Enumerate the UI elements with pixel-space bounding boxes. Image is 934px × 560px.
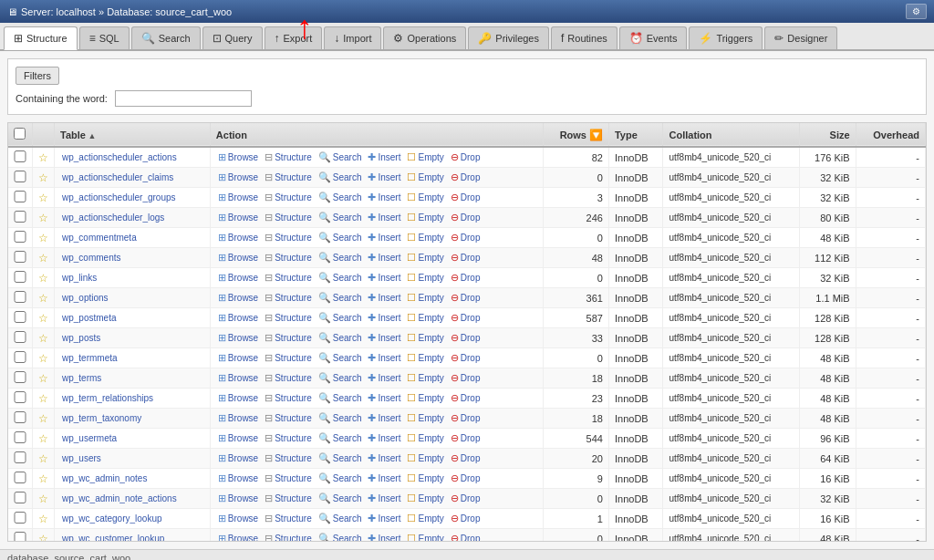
search-link[interactable]: 🔍Search	[317, 391, 364, 405]
row-checkbox[interactable]	[14, 512, 26, 524]
table-name-header[interactable]: Table	[55, 123, 211, 147]
favorite-star[interactable]: ☆	[38, 312, 48, 325]
structure-link[interactable]: ⊟Structure	[263, 532, 314, 542]
insert-link[interactable]: ✚Insert	[366, 431, 402, 445]
drop-link[interactable]: ⊖Drop	[449, 472, 483, 485]
select-all-checkbox[interactable]	[14, 128, 26, 140]
insert-link[interactable]: ✚Insert	[366, 291, 402, 305]
drop-link[interactable]: ⊖Drop	[449, 451, 483, 465]
tab-export[interactable]: ↑Export	[265, 26, 323, 49]
settings-btn[interactable]: ⚙	[906, 4, 927, 19]
structure-link[interactable]: ⊟Structure	[263, 512, 314, 525]
table-name-link[interactable]: wp_wc_admin_notes	[60, 472, 204, 484]
empty-link[interactable]: ☐Empty	[405, 331, 445, 345]
tab-import[interactable]: ↓Import	[324, 26, 381, 49]
search-link[interactable]: 🔍Search	[317, 512, 364, 525]
row-checkbox[interactable]	[14, 291, 26, 303]
drop-link[interactable]: ⊖Drop	[449, 211, 483, 224]
empty-link[interactable]: ☐Empty	[405, 171, 445, 184]
search-link[interactable]: 🔍Search	[317, 231, 364, 244]
search-link[interactable]: 🔍Search	[317, 331, 364, 345]
row-checkbox[interactable]	[14, 331, 26, 343]
search-link[interactable]: 🔍Search	[317, 291, 364, 305]
row-checkbox[interactable]	[14, 492, 26, 503]
table-name-link[interactable]: wp_usermeta	[60, 432, 204, 444]
row-checkbox[interactable]	[14, 171, 26, 182]
insert-link[interactable]: ✚Insert	[366, 532, 402, 542]
empty-link[interactable]: ☐Empty	[405, 492, 445, 505]
search-link[interactable]: 🔍Search	[317, 431, 364, 445]
structure-link[interactable]: ⊟Structure	[263, 231, 314, 244]
empty-link[interactable]: ☐Empty	[405, 150, 445, 164]
row-checkbox[interactable]	[14, 391, 26, 403]
table-name-link[interactable]: wp_actionscheduler_groups	[60, 192, 204, 203]
search-link[interactable]: 🔍Search	[317, 311, 364, 325]
empty-link[interactable]: ☐Empty	[405, 311, 445, 325]
favorite-star[interactable]: ☆	[38, 232, 48, 244]
tab-query[interactable]: ⊡Query	[202, 26, 263, 49]
browse-link[interactable]: ⊞Browse	[216, 171, 260, 184]
favorite-star[interactable]: ☆	[38, 151, 48, 164]
empty-link[interactable]: ☐Empty	[405, 351, 445, 365]
insert-link[interactable]: ✚Insert	[366, 371, 402, 385]
insert-link[interactable]: ✚Insert	[366, 150, 402, 164]
structure-link[interactable]: ⊟Structure	[263, 411, 314, 425]
tab-search[interactable]: 🔍Search	[131, 26, 201, 49]
search-link[interactable]: 🔍Search	[317, 150, 364, 164]
drop-link[interactable]: ⊖Drop	[449, 411, 483, 425]
empty-link[interactable]: ☐Empty	[405, 291, 445, 305]
browse-link[interactable]: ⊞Browse	[216, 311, 260, 325]
drop-link[interactable]: ⊖Drop	[449, 291, 483, 305]
table-name-link[interactable]: wp_terms	[60, 372, 204, 384]
favorite-star[interactable]: ☆	[38, 192, 48, 204]
insert-link[interactable]: ✚Insert	[366, 331, 402, 345]
table-name-link[interactable]: wp_options	[60, 292, 204, 304]
row-checkbox[interactable]	[14, 150, 26, 162]
structure-link[interactable]: ⊟Structure	[263, 331, 314, 345]
insert-link[interactable]: ✚Insert	[366, 472, 402, 485]
drop-link[interactable]: ⊖Drop	[449, 251, 483, 264]
search-link[interactable]: 🔍Search	[317, 492, 364, 505]
tab-sql[interactable]: ≡SQL	[79, 26, 130, 49]
favorite-star[interactable]: ☆	[38, 372, 48, 385]
search-link[interactable]: 🔍Search	[317, 171, 364, 184]
favorite-star[interactable]: ☆	[38, 432, 48, 445]
drop-link[interactable]: ⊖Drop	[449, 171, 483, 184]
tab-triggers[interactable]: ⚡Triggers	[689, 26, 763, 49]
row-checkbox[interactable]	[14, 191, 26, 202]
structure-link[interactable]: ⊟Structure	[263, 371, 314, 385]
row-checkbox[interactable]	[14, 211, 26, 223]
browse-link[interactable]: ⊞Browse	[216, 512, 260, 525]
structure-link[interactable]: ⊟Structure	[263, 251, 314, 264]
browse-link[interactable]: ⊞Browse	[216, 191, 260, 204]
row-checkbox[interactable]	[14, 351, 26, 363]
tab-designer[interactable]: ✏Designer	[764, 26, 837, 49]
empty-link[interactable]: ☐Empty	[405, 191, 445, 204]
insert-link[interactable]: ✚Insert	[366, 311, 402, 325]
structure-link[interactable]: ⊟Structure	[263, 472, 314, 485]
search-link[interactable]: 🔍Search	[317, 271, 364, 285]
drop-link[interactable]: ⊖Drop	[449, 150, 483, 164]
drop-link[interactable]: ⊖Drop	[449, 371, 483, 385]
search-link[interactable]: 🔍Search	[317, 351, 364, 365]
search-link[interactable]: 🔍Search	[317, 371, 364, 385]
browse-link[interactable]: ⊞Browse	[216, 271, 260, 285]
insert-link[interactable]: ✚Insert	[366, 451, 402, 465]
drop-link[interactable]: ⊖Drop	[449, 431, 483, 445]
search-link[interactable]: 🔍Search	[317, 451, 364, 465]
table-name-link[interactable]: wp_comments	[60, 252, 204, 264]
tab-structure[interactable]: ⊞Structure	[4, 26, 78, 50]
insert-link[interactable]: ✚Insert	[366, 191, 402, 204]
table-name-link[interactable]: wp_links	[60, 272, 204, 284]
empty-link[interactable]: ☐Empty	[405, 431, 445, 445]
favorite-star[interactable]: ☆	[38, 252, 48, 264]
insert-link[interactable]: ✚Insert	[366, 391, 402, 405]
empty-link[interactable]: ☐Empty	[405, 411, 445, 425]
empty-link[interactable]: ☐Empty	[405, 512, 445, 525]
insert-link[interactable]: ✚Insert	[366, 211, 402, 224]
favorite-star[interactable]: ☆	[38, 452, 48, 465]
browse-link[interactable]: ⊞Browse	[216, 150, 260, 164]
favorite-star[interactable]: ☆	[38, 472, 48, 485]
row-checkbox[interactable]	[14, 472, 26, 483]
empty-link[interactable]: ☐Empty	[405, 371, 445, 385]
